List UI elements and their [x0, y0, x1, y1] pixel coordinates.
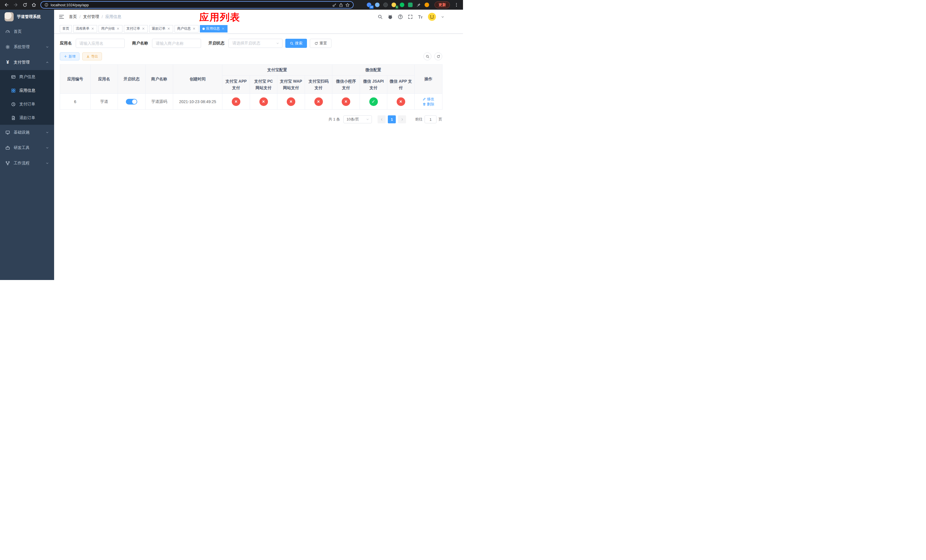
page-size-select[interactable]: 10条/页: [343, 115, 372, 123]
col-header-app-id: 应用编号: [60, 65, 91, 94]
col-header-alipay-app: 支付宝 APP 支付: [222, 76, 250, 94]
cell-alipay-qr: ×: [305, 94, 332, 110]
search-icon[interactable]: [378, 14, 383, 20]
tag-label: 退款订单: [152, 26, 165, 31]
next-page-button[interactable]: [398, 115, 406, 123]
sidebar-item-label: 应用信息: [20, 88, 35, 93]
tag-label: 支付订单: [126, 26, 140, 31]
extension-icon-6[interactable]: [408, 2, 413, 8]
back-icon[interactable]: [3, 1, 10, 9]
address-bar[interactable]: localhost:1024/pay/app: [41, 1, 354, 9]
search-button-label: 搜索: [295, 41, 303, 46]
close-icon[interactable]: [142, 27, 145, 30]
breadcrumb-separator: /: [79, 15, 80, 19]
extension-icon-5[interactable]: [399, 2, 405, 8]
tag-refund-order[interactable]: 退款订单: [149, 25, 173, 32]
extension-icon-3[interactable]: [383, 2, 388, 8]
tag-flow-form[interactable]: 流程表单: [73, 25, 97, 32]
share-icon[interactable]: [339, 3, 343, 7]
tag-merchant-info[interactable]: 商户信息: [174, 25, 198, 32]
sidebar-item-infrastructure[interactable]: 基础设施: [0, 125, 54, 140]
reload-icon[interactable]: [21, 1, 29, 9]
tag-user-group[interactable]: 用户分组: [98, 25, 123, 32]
tag-label: 流程表单: [76, 26, 89, 31]
refresh-icon[interactable]: [434, 52, 442, 61]
site-info-icon[interactable]: [44, 3, 48, 7]
wx-app-fail-icon: ×: [396, 97, 405, 106]
sidebar-item-home[interactable]: 首页: [0, 24, 54, 39]
sidebar-item-merchant-info[interactable]: 商户信息: [0, 70, 54, 84]
status-toggle[interactable]: [126, 99, 137, 104]
cell-wx-app: ×: [387, 94, 415, 110]
table-row: 6 芋道 芋道源码 2021-10-23 08:49:25 × × × × × …: [60, 94, 442, 110]
extensions-pin-icon[interactable]: [416, 2, 421, 8]
reset-button[interactable]: 重置: [310, 39, 331, 48]
extension-icon-8[interactable]: [424, 2, 430, 8]
extension-icon-2[interactable]: [375, 2, 380, 8]
search-button[interactable]: 搜索: [285, 39, 307, 48]
payment-submenu: 商户信息 应用信息 支付订单: [0, 70, 54, 125]
order-clock-icon: [11, 102, 16, 106]
add-button[interactable]: 新增: [60, 52, 79, 61]
edit-link[interactable]: 修改: [422, 97, 434, 102]
forward-icon[interactable]: [12, 1, 20, 9]
col-header-status: 开启状态: [118, 65, 145, 94]
breadcrumb-home[interactable]: 首页: [69, 14, 77, 20]
table-toolbar: 新增 导出: [60, 52, 442, 61]
close-icon[interactable]: [91, 27, 95, 30]
extension-icon-4[interactable]: 1: [391, 2, 396, 8]
col-header-wx-app: 微信 APP 支付: [387, 76, 415, 94]
breadcrumb-current: 应用信息: [105, 14, 121, 20]
status-select[interactable]: 请选择开启状态: [228, 39, 283, 48]
bookmark-star-icon[interactable]: [345, 3, 350, 7]
cell-status: [118, 94, 145, 110]
cell-created: 2021-10-23 08:49:25: [173, 94, 222, 110]
sidebar-item-refund-order[interactable]: 退款订单: [0, 111, 54, 125]
col-header-alipay-qr: 支付宝扫码支付: [305, 76, 332, 94]
browser-menu-icon[interactable]: [453, 1, 460, 9]
avatar[interactable]: [428, 12, 436, 21]
goto-unit: 页: [439, 117, 442, 122]
breadcrumb: 首页 / 支付管理 / 应用信息: [69, 14, 121, 20]
close-icon[interactable]: [221, 27, 225, 30]
avatar-caret-down-icon[interactable]: [441, 15, 444, 18]
tag-label: 应用信息: [206, 26, 220, 31]
help-icon[interactable]: [398, 14, 403, 20]
sidebar-item-label: 退款订单: [20, 115, 35, 121]
tag-pay-order[interactable]: 支付订单: [124, 25, 148, 32]
app-name-input[interactable]: [76, 39, 125, 48]
home-icon[interactable]: [30, 1, 38, 9]
browser-update-button[interactable]: 更新: [434, 2, 450, 8]
font-size-icon[interactable]: [418, 14, 423, 20]
sidebar-item-pay-order[interactable]: 支付订单: [0, 97, 54, 111]
tag-app-info[interactable]: 应用信息: [200, 25, 227, 32]
toolbox-icon: [5, 145, 10, 150]
extension-icon-1[interactable]: 10: [366, 2, 372, 8]
merchant-name-input[interactable]: [152, 39, 201, 48]
sidebar-item-workflow[interactable]: 工作流程: [0, 156, 54, 171]
page-1-button[interactable]: 1: [388, 115, 396, 123]
alipay-wap-fail-icon: ×: [287, 97, 295, 106]
hamburger-icon[interactable]: [59, 14, 64, 20]
sidebar-item-dev-tools[interactable]: 研发工具: [0, 140, 54, 156]
tag-home[interactable]: 首页: [60, 25, 72, 32]
active-dot: [203, 28, 205, 30]
sidebar-item-app-info[interactable]: 应用信息: [0, 84, 54, 97]
prev-page-button[interactable]: [378, 115, 386, 123]
github-icon[interactable]: [387, 14, 393, 20]
breadcrumb-payment[interactable]: 支付管理: [83, 14, 99, 20]
close-icon[interactable]: [167, 27, 171, 30]
pagination-total: 共 1 条: [328, 117, 340, 122]
export-button[interactable]: 导出: [82, 52, 102, 61]
fullscreen-icon[interactable]: [408, 14, 413, 20]
sidebar-item-label: 工作流程: [14, 160, 30, 166]
toggle-search-icon[interactable]: [424, 52, 431, 61]
app-name-label: 应用名: [60, 41, 72, 46]
close-icon[interactable]: [116, 27, 120, 30]
delete-link[interactable]: 删除: [422, 102, 434, 107]
sidebar-item-payment[interactable]: ¥ 支付管理: [0, 55, 54, 70]
goto-page-input[interactable]: [425, 115, 437, 123]
close-icon[interactable]: [192, 27, 196, 30]
sidebar-item-system[interactable]: 系统管理: [0, 39, 54, 55]
password-key-icon[interactable]: [332, 3, 337, 7]
